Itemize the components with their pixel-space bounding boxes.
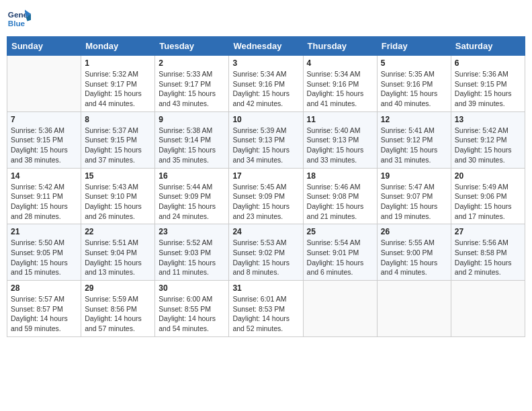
day-number: 9 [159,115,225,124]
calendar-cell: 26Sunrise: 5:55 AM Sunset: 9:00 PM Dayli… [377,224,451,281]
day-info: Sunrise: 5:41 AM Sunset: 9:12 PM Dayligh… [381,126,447,165]
calendar-cell: 30Sunrise: 6:00 AM Sunset: 8:55 PM Dayli… [155,281,229,337]
col-header-sunday: Sunday [7,37,81,56]
col-header-thursday: Thursday [303,37,377,56]
logo-icon: General Blue [7,7,31,31]
day-number: 19 [381,171,447,181]
day-number: 7 [11,115,77,124]
calendar-cell: 20Sunrise: 5:49 AM Sunset: 9:06 PM Dayli… [451,168,525,224]
day-info: Sunrise: 5:55 AM Sunset: 9:00 PM Dayligh… [381,238,447,277]
calendar-cell: 18Sunrise: 5:46 AM Sunset: 9:08 PM Dayli… [303,168,377,224]
calendar-cell: 28Sunrise: 5:57 AM Sunset: 8:57 PM Dayli… [7,281,81,337]
calendar-cell: 11Sunrise: 5:40 AM Sunset: 9:13 PM Dayli… [303,111,377,168]
calendar-cell: 12Sunrise: 5:41 AM Sunset: 9:12 PM Dayli… [377,111,451,168]
day-number: 22 [85,227,151,236]
day-info: Sunrise: 5:45 AM Sunset: 9:09 PM Dayligh… [232,182,299,222]
calendar-cell: 17Sunrise: 5:45 AM Sunset: 9:09 PM Dayli… [229,168,303,224]
svg-text:Blue: Blue [8,19,26,28]
calendar-cell: 13Sunrise: 5:42 AM Sunset: 9:12 PM Dayli… [451,111,525,168]
calendar-week-row: 21Sunrise: 5:50 AM Sunset: 9:05 PM Dayli… [7,224,525,281]
day-info: Sunrise: 5:42 AM Sunset: 9:11 PM Dayligh… [11,182,77,222]
calendar-cell: 23Sunrise: 5:52 AM Sunset: 9:03 PM Dayli… [155,224,229,281]
day-info: Sunrise: 5:53 AM Sunset: 9:02 PM Dayligh… [232,238,299,277]
calendar-cell: 29Sunrise: 5:59 AM Sunset: 8:56 PM Dayli… [81,281,155,337]
day-info: Sunrise: 6:00 AM Sunset: 8:55 PM Dayligh… [159,294,225,334]
day-number: 15 [85,171,151,181]
calendar-cell: 7Sunrise: 5:36 AM Sunset: 9:15 PM Daylig… [7,111,81,168]
calendar-cell [303,281,377,337]
calendar-cell [451,281,525,337]
day-info: Sunrise: 5:38 AM Sunset: 9:14 PM Dayligh… [159,126,225,165]
day-number: 10 [232,115,299,124]
day-info: Sunrise: 5:47 AM Sunset: 9:07 PM Dayligh… [381,182,447,222]
col-header-friday: Friday [377,37,451,56]
calendar-cell: 27Sunrise: 5:56 AM Sunset: 8:58 PM Dayli… [451,224,525,281]
calendar-cell: 9Sunrise: 5:38 AM Sunset: 9:14 PM Daylig… [155,111,229,168]
day-info: Sunrise: 5:42 AM Sunset: 9:12 PM Dayligh… [455,126,521,165]
day-info: Sunrise: 5:46 AM Sunset: 9:08 PM Dayligh… [307,182,373,222]
calendar-cell: 14Sunrise: 5:42 AM Sunset: 9:11 PM Dayli… [7,168,81,224]
calendar-cell: 31Sunrise: 6:01 AM Sunset: 8:53 PM Dayli… [229,281,303,337]
calendar-cell: 10Sunrise: 5:39 AM Sunset: 9:13 PM Dayli… [229,111,303,168]
day-info: Sunrise: 5:39 AM Sunset: 9:13 PM Dayligh… [232,126,299,165]
day-number: 16 [159,171,225,181]
col-header-wednesday: Wednesday [229,37,303,56]
day-number: 1 [85,58,151,68]
calendar-cell: 15Sunrise: 5:43 AM Sunset: 9:10 PM Dayli… [81,168,155,224]
day-info: Sunrise: 5:49 AM Sunset: 9:06 PM Dayligh… [455,182,521,222]
calendar-table: SundayMondayTuesdayWednesdayThursdayFrid… [7,36,525,337]
day-info: Sunrise: 5:44 AM Sunset: 9:09 PM Dayligh… [159,182,225,222]
calendar-cell [377,281,451,337]
day-number: 20 [455,171,521,181]
logo: General Blue [7,7,31,31]
day-number: 24 [232,227,299,236]
day-info: Sunrise: 5:54 AM Sunset: 9:01 PM Dayligh… [307,238,373,277]
day-info: Sunrise: 5:40 AM Sunset: 9:13 PM Dayligh… [307,126,373,165]
day-number: 23 [159,227,225,236]
calendar-cell: 5Sunrise: 5:35 AM Sunset: 9:16 PM Daylig… [377,56,451,112]
day-number: 30 [159,283,225,293]
calendar-cell: 16Sunrise: 5:44 AM Sunset: 9:09 PM Dayli… [155,168,229,224]
calendar-cell: 4Sunrise: 5:34 AM Sunset: 9:16 PM Daylig… [303,56,377,112]
calendar-week-row: 28Sunrise: 5:57 AM Sunset: 8:57 PM Dayli… [7,281,525,337]
day-info: Sunrise: 5:51 AM Sunset: 9:04 PM Dayligh… [85,238,151,277]
calendar-cell: 2Sunrise: 5:33 AM Sunset: 9:17 PM Daylig… [155,56,229,112]
calendar-cell: 6Sunrise: 5:36 AM Sunset: 9:15 PM Daylig… [451,56,525,112]
calendar-week-row: 14Sunrise: 5:42 AM Sunset: 9:11 PM Dayli… [7,168,525,224]
day-info: Sunrise: 5:36 AM Sunset: 9:15 PM Dayligh… [455,69,521,109]
calendar-week-row: 1Sunrise: 5:32 AM Sunset: 9:17 PM Daylig… [7,56,525,112]
day-info: Sunrise: 5:34 AM Sunset: 9:16 PM Dayligh… [232,69,299,109]
calendar-cell: 19Sunrise: 5:47 AM Sunset: 9:07 PM Dayli… [377,168,451,224]
calendar-cell: 3Sunrise: 5:34 AM Sunset: 9:16 PM Daylig… [229,56,303,112]
day-number: 21 [11,227,77,236]
day-info: Sunrise: 5:35 AM Sunset: 9:16 PM Dayligh… [381,69,447,109]
day-number: 6 [455,58,521,68]
day-number: 28 [11,283,77,293]
calendar-cell: 1Sunrise: 5:32 AM Sunset: 9:17 PM Daylig… [81,56,155,112]
day-number: 11 [307,115,373,124]
day-number: 4 [307,58,373,68]
day-number: 2 [159,58,225,68]
day-info: Sunrise: 5:36 AM Sunset: 9:15 PM Dayligh… [11,126,77,165]
day-info: Sunrise: 5:37 AM Sunset: 9:15 PM Dayligh… [85,126,151,165]
calendar-cell: 8Sunrise: 5:37 AM Sunset: 9:15 PM Daylig… [81,111,155,168]
day-number: 27 [455,227,521,236]
day-number: 5 [381,58,447,68]
day-info: Sunrise: 5:57 AM Sunset: 8:57 PM Dayligh… [11,294,77,334]
day-info: Sunrise: 5:50 AM Sunset: 9:05 PM Dayligh… [11,238,77,277]
day-number: 14 [11,171,77,181]
day-info: Sunrise: 5:56 AM Sunset: 8:58 PM Dayligh… [455,238,521,277]
day-info: Sunrise: 5:52 AM Sunset: 9:03 PM Dayligh… [159,238,225,277]
calendar-week-row: 7Sunrise: 5:36 AM Sunset: 9:15 PM Daylig… [7,111,525,168]
col-header-saturday: Saturday [451,37,525,56]
day-number: 17 [232,171,299,181]
day-number: 25 [307,227,373,236]
day-info: Sunrise: 5:43 AM Sunset: 9:10 PM Dayligh… [85,182,151,222]
calendar-cell: 21Sunrise: 5:50 AM Sunset: 9:05 PM Dayli… [7,224,81,281]
calendar-cell: 24Sunrise: 5:53 AM Sunset: 9:02 PM Dayli… [229,224,303,281]
day-number: 29 [85,283,151,293]
day-info: Sunrise: 5:32 AM Sunset: 9:17 PM Dayligh… [85,69,151,109]
day-info: Sunrise: 6:01 AM Sunset: 8:53 PM Dayligh… [232,294,299,334]
day-number: 13 [455,115,521,124]
calendar-cell [7,56,81,112]
